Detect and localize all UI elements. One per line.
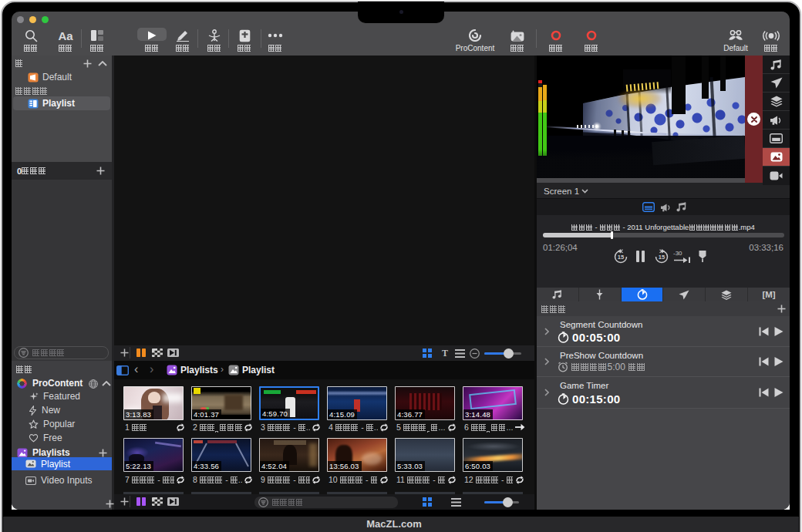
svg-text:15: 15: [618, 254, 624, 261]
svg-text:15: 15: [659, 254, 665, 261]
svg-text:-30: -30: [673, 250, 682, 257]
